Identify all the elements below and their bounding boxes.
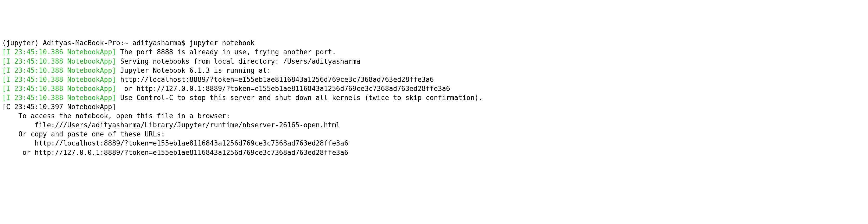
log-tag: [I 23:45:10.388 NotebookApp] (2, 85, 116, 92)
log-msg: Serving notebooks from local directory: … (116, 58, 360, 65)
log-msg: Use Control-C to stop this server and sh… (116, 94, 483, 102)
log-line: [I 23:45:10.386 NotebookApp] The port 88… (2, 47, 866, 57)
log-line: [I 23:45:10.388 NotebookApp] Use Control… (2, 93, 866, 102)
log-msg: http://localhost:8889/?token=e155eb1ae81… (116, 76, 434, 83)
log-tag: [I 23:45:10.388 NotebookApp] (2, 67, 116, 74)
body-line: Or copy and paste one of these URLs: (2, 130, 866, 139)
prompt-line: (jupyter) Adityas-MacBook-Pro:~ adityash… (2, 38, 866, 47)
log-tag: [I 23:45:10.388 NotebookApp] (2, 94, 116, 102)
log-tag: [I 23:45:10.388 NotebookApp] (2, 58, 116, 65)
crit-line: [C 23:45:10.397 NotebookApp] (2, 102, 866, 111)
terminal-output: (jupyter) Adityas-MacBook-Pro:~ adityash… (2, 38, 866, 157)
log-tag-crit: [C 23:45:10.397 NotebookApp] (2, 103, 116, 111)
log-tag: [I 23:45:10.386 NotebookApp] (2, 48, 116, 56)
body-line: or http://127.0.0.1:8889/?token=e155eb1a… (2, 148, 866, 157)
log-line: [I 23:45:10.388 NotebookApp] Serving not… (2, 57, 866, 66)
log-msg: Jupyter Notebook 6.1.3 is running at: (116, 67, 271, 74)
log-tag: [I 23:45:10.388 NotebookApp] (2, 76, 116, 83)
body-line: file:///Users/adityasharma/Library/Jupyt… (2, 120, 866, 130)
log-msg: or http://127.0.0.1:8889/?token=e155eb1a… (116, 85, 450, 92)
log-line: [I 23:45:10.388 NotebookApp] http://loca… (2, 75, 866, 84)
body-line: http://localhost:8889/?token=e155eb1ae81… (2, 139, 866, 148)
command-text: jupyter notebook (189, 39, 254, 47)
body-line: To access the notebook, open this file i… (2, 111, 866, 120)
log-line: [I 23:45:10.388 NotebookApp] or http://1… (2, 84, 866, 93)
log-msg: The port 8888 is already in use, trying … (116, 48, 336, 56)
shell-prompt: (jupyter) Adityas-MacBook-Pro:~ adityash… (2, 39, 189, 47)
log-line: [I 23:45:10.388 NotebookApp] Jupyter Not… (2, 66, 866, 75)
